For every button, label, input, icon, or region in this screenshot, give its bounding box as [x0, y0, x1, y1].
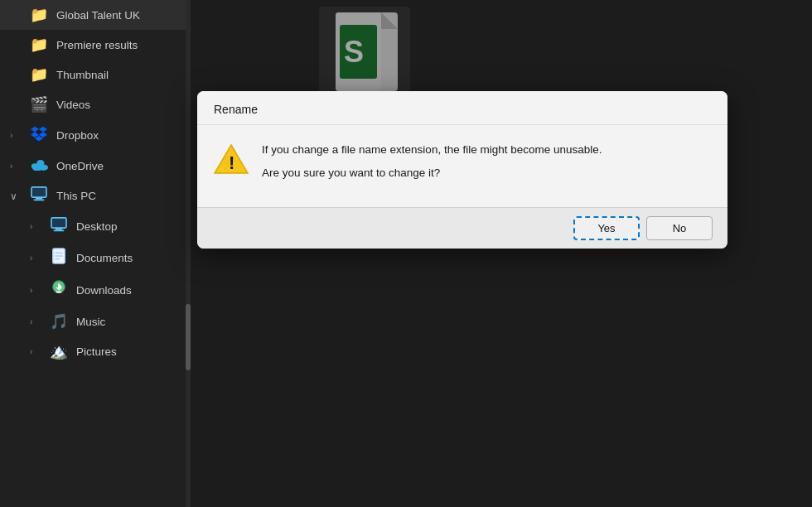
- svg-rect-7: [51, 218, 66, 228]
- this-pc-icon: [30, 186, 48, 205]
- sidebar-item-label: This PC: [56, 190, 96, 202]
- svg-rect-4: [31, 187, 46, 197]
- arrow-icon: ›: [10, 162, 20, 171]
- arrow-icon: ›: [10, 131, 20, 140]
- onedrive-icon: [30, 157, 48, 175]
- desktop-icon: [50, 217, 68, 236]
- dialog-title: Rename: [197, 91, 727, 125]
- rename-dialog: Rename ! If you change a file name exten…: [197, 91, 727, 249]
- sidebar-item-label: Videos: [56, 99, 90, 111]
- warning-icon: !: [214, 143, 249, 180]
- sidebar-item-videos[interactable]: 🎬 Videos: [0, 89, 191, 119]
- dialog-footer: Yes No: [197, 207, 727, 249]
- dialog-title-text: Rename: [214, 103, 258, 116]
- sidebar-item-downloads[interactable]: › Downloads: [0, 274, 191, 307]
- dialog-line2: Are you sure you want to change it?: [262, 165, 602, 181]
- sidebar-item-this-pc[interactable]: ∨ This PC: [0, 181, 191, 211]
- sidebar-item-desktop[interactable]: › Desktop: [0, 211, 191, 242]
- sidebar-item-onedrive[interactable]: › OneDrive: [0, 152, 191, 181]
- sidebar-item-label: Dropbox: [56, 129, 99, 142]
- svg-rect-8: [56, 228, 62, 229]
- arrow-icon: ›: [30, 286, 40, 295]
- sidebar-item-label: Global Talent UK: [56, 9, 140, 22]
- sidebar-item-dropbox[interactable]: › Dropbox: [0, 119, 191, 152]
- sidebar-item-global-talent-uk[interactable]: 📁 Global Talent UK: [0, 0, 191, 30]
- sidebar-item-label: Pictures: [76, 345, 117, 358]
- dialog-line1: If you change a file name extension, the…: [262, 142, 602, 158]
- arrow-icon: ›: [30, 254, 40, 263]
- music-icon: 🎵: [50, 312, 68, 331]
- svg-rect-5: [36, 197, 42, 199]
- arrow-icon: ›: [30, 317, 40, 326]
- sidebar-item-music[interactable]: › 🎵 Music: [0, 307, 191, 336]
- main-area: S Rename ! If you change a file name ext…: [191, 0, 812, 507]
- modal-overlay: [191, 0, 812, 507]
- sidebar-item-premiere-results[interactable]: 📁 Premiere results: [0, 30, 191, 60]
- svg-point-3: [36, 160, 44, 166]
- videos-icon: 🎬: [30, 95, 48, 113]
- documents-icon: [50, 248, 68, 268]
- dropbox-icon: [30, 125, 48, 146]
- sidebar-item-label: Premiere results: [56, 39, 138, 51]
- pictures-icon: 🏔️: [50, 342, 68, 360]
- yes-button[interactable]: Yes: [573, 216, 640, 240]
- sidebar-item-documents[interactable]: › Documents: [0, 242, 191, 274]
- svg-rect-9: [53, 230, 64, 232]
- no-button[interactable]: No: [646, 216, 713, 240]
- sidebar-item-label: Music: [76, 316, 105, 328]
- dialog-body: ! If you change a file name extension, t…: [197, 125, 727, 207]
- sidebar-item-label: Desktop: [76, 220, 118, 233]
- folder-icon: 📁: [30, 6, 48, 24]
- arrow-icon: ›: [30, 222, 40, 231]
- svg-text:!: !: [229, 152, 234, 173]
- sidebar-item-thumbnail[interactable]: 📁 Thumbnail: [0, 60, 191, 89]
- arrow-icon: ›: [30, 347, 40, 356]
- svg-rect-6: [33, 200, 44, 201]
- sidebar: 📁 Global Talent UK 📁 Premiere results 📁 …: [0, 0, 191, 507]
- downloads-icon: [50, 280, 68, 301]
- folder-icon: 📁: [30, 36, 48, 54]
- sidebar-item-label: Documents: [76, 252, 133, 264]
- expand-arrow-icon: ∨: [10, 191, 20, 202]
- sidebar-item-pictures[interactable]: › 🏔️ Pictures: [0, 336, 191, 366]
- folder-icon: 📁: [30, 65, 48, 84]
- sidebar-item-label: OneDrive: [56, 160, 104, 172]
- dialog-message: ! If you change a file name extension, t…: [214, 142, 711, 182]
- sidebar-item-label: Downloads: [76, 284, 132, 297]
- dialog-text: If you change a file name extension, the…: [262, 142, 602, 182]
- sidebar-item-label: Thumbnail: [56, 69, 109, 81]
